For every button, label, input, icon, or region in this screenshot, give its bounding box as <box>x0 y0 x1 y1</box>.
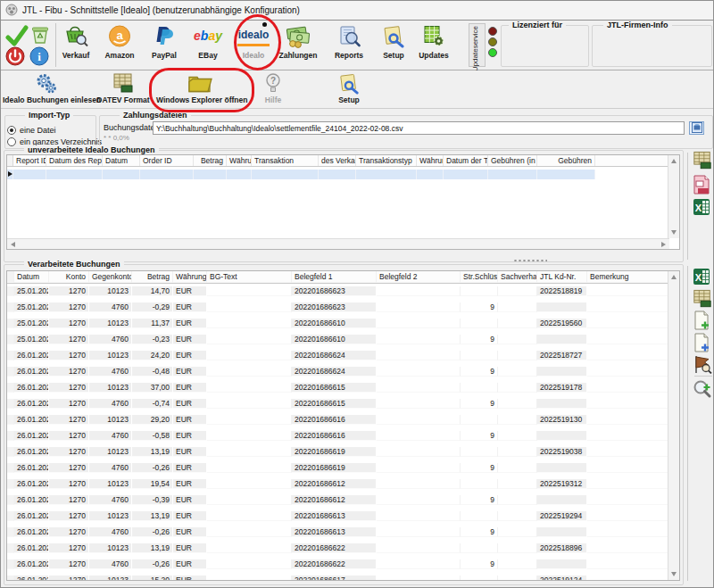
toolbar-button-paypal[interactable]: PayPal <box>144 23 185 67</box>
action-button-hilfe[interactable]: ? Hilfe <box>253 72 293 106</box>
export-excel-button[interactable]: X <box>693 268 714 289</box>
table-row[interactable]: 25.01.202212704760-0,23EUR2022016866109 <box>7 335 679 344</box>
table-cell: -0,29 <box>132 302 173 312</box>
table-row[interactable]: 25.01.202212704760-0,29EUR2022016866239 <box>7 302 679 312</box>
toolbar-button-reports[interactable]: Reports <box>326 23 372 67</box>
scroll-up-icon[interactable] <box>671 275 677 279</box>
table-row[interactable]: 26.01.202212704760-0,39EUR2022016866129 <box>7 495 679 505</box>
table-cell <box>498 559 537 569</box>
table-row[interactable]: 26.01.202212704760-0,26EUR2022016866199 <box>7 463 679 473</box>
scroll-right-icon[interactable] <box>661 242 666 247</box>
table-row[interactable]: 26.01.202212701012337,00EUR2022016866152… <box>7 383 679 393</box>
table-cell: 1270 <box>49 463 89 473</box>
action-toolbar: Idealo Buchungen einlesen DATEV Format W… <box>1 70 713 109</box>
table-cell: 202201686619 <box>292 447 377 457</box>
scroll-down-icon[interactable] <box>671 572 677 576</box>
table-cell <box>377 479 461 489</box>
table-cell: 202201686619 <box>292 463 377 473</box>
table-row[interactable] <box>7 170 595 179</box>
search-booking-button[interactable] <box>693 379 714 401</box>
excel-icon: X <box>693 203 710 219</box>
table-row[interactable]: 26.01.202212701012319,54EUR2022016866122… <box>7 479 679 489</box>
column-header: Transaktion <box>252 155 319 166</box>
toolbar-button-verkauf[interactable]: Verkauf <box>55 23 96 67</box>
export-datev-button[interactable] <box>693 151 714 172</box>
table-cell <box>377 463 461 473</box>
table-cell: 4760 <box>89 302 132 312</box>
scroll-left-icon[interactable] <box>11 242 15 247</box>
table-cell <box>498 399 537 409</box>
page-plus-green-icon <box>693 318 710 333</box>
horizontal-scrollbar[interactable] <box>7 238 669 249</box>
scroll-up-icon[interactable] <box>671 159 677 163</box>
amazon-icon: a <box>99 24 140 51</box>
table-cell: 4760 <box>89 463 132 473</box>
toolbar-button-ebay[interactable]: ebay EBay <box>187 23 228 67</box>
vertical-scrollbar[interactable] <box>668 155 679 238</box>
table-cell <box>461 576 498 581</box>
table-row[interactable]: 26.01.202212701012315,20EUR2022016866172… <box>7 576 679 581</box>
add-split-booking-button[interactable] <box>693 333 714 354</box>
table-cell: 26.01.2022 <box>14 463 49 473</box>
table-cell: 25.01.2022 <box>14 335 49 344</box>
datev-table-icon <box>693 158 712 173</box>
table-row[interactable]: 26.01.202212704760-0,26EUR2022016866139 <box>7 527 679 537</box>
table-row[interactable]: 25.01.202212701012311,37EUR2022016866102… <box>7 319 679 328</box>
toolbar-button-amazon[interactable]: a Amazon <box>99 23 140 67</box>
table-row[interactable]: 26.01.202212704760-0,48EUR2022016866249 <box>7 367 679 377</box>
export-datev-button[interactable] <box>693 289 714 311</box>
toolbar-button-setup[interactable]: Setup <box>373 23 414 67</box>
table-cell <box>207 431 292 441</box>
table-cell <box>498 463 537 473</box>
table-row[interactable]: 26.01.202212701012329,20EUR2022016866162… <box>7 415 679 425</box>
about-button[interactable]: i <box>29 46 52 69</box>
table-header-row: Report IDDatum des ReportDatumOrder IDBe… <box>7 155 679 167</box>
table-cell: 202201686623 <box>292 286 377 296</box>
table-row[interactable]: 26.01.202212704760-0,74EUR2022016866159 <box>7 399 679 409</box>
buchungsdatei-input[interactable] <box>153 121 685 135</box>
table-row[interactable]: 26.01.202212701012313,19EUR2022016866132… <box>7 511 679 521</box>
splitter-handle[interactable] <box>513 259 547 262</box>
table-cell: 10123 <box>89 479 132 489</box>
toolbar-button-zahlungen[interactable]: Zahlungen <box>275 23 321 67</box>
table-cell: 9 <box>461 431 498 441</box>
action-button-windows-explorer[interactable]: Windows Explorer öffnen <box>156 72 244 106</box>
table-cell: EUR <box>173 479 207 489</box>
action-button-datev-format[interactable]: DATEV Format <box>92 72 154 106</box>
column-header: Belegfeld 1 <box>292 271 377 283</box>
table-row[interactable]: 26.01.202212701012313,19EUR2022016866222… <box>7 543 679 553</box>
report-search-icon <box>326 24 372 51</box>
delete-button[interactable] <box>29 24 52 46</box>
table-row[interactable]: 26.01.202212704760-0,26EUR2022016866229 <box>7 559 679 569</box>
table-row[interactable]: 25.01.202212701012314,70EUR2022016866232… <box>7 286 679 296</box>
export-excel-button[interactable]: X <box>693 198 714 219</box>
table-row[interactable]: 26.01.202212701012324,20EUR2022016866242… <box>7 351 679 360</box>
export-pdf-button[interactable] <box>693 175 714 196</box>
exit-button[interactable] <box>5 46 28 69</box>
toolbar-button-updates[interactable]: Updates <box>413 23 454 67</box>
vertical-scrollbar[interactable] <box>668 271 679 580</box>
table-cell <box>461 415 498 425</box>
action-button-einlesen[interactable]: Idealo Buchungen einlesen <box>3 72 90 106</box>
table-row[interactable]: 26.01.202212701012313,19EUR2022016866192… <box>7 447 679 457</box>
action-button-label: Setup <box>329 95 369 104</box>
table-cell: EUR <box>173 543 207 553</box>
action-button-setup[interactable]: Setup <box>329 72 369 106</box>
table-row[interactable]: 26.01.202212704760-0,58EUR2022016866169 <box>7 431 679 441</box>
row-selector-cell <box>7 431 14 441</box>
license-group-title: Lizenziert für <box>509 21 566 29</box>
table-cell: 202201686622 <box>292 559 377 569</box>
add-booking-button[interactable] <box>693 311 714 332</box>
table-cell: 26.01.2022 <box>14 559 49 569</box>
table-cell <box>377 319 461 328</box>
browse-button[interactable] <box>689 121 704 135</box>
import-typ-title: Import-Typ <box>25 111 73 120</box>
inspect-booking-button[interactable] <box>693 354 714 376</box>
confirm-button[interactable] <box>5 24 28 46</box>
unprocessed-groupbox: unverarbeitete Idealo Buchungen Report I… <box>4 150 684 262</box>
toolbar-button-idealo[interactable]: idealo Idealo <box>235 23 272 67</box>
scroll-down-icon[interactable] <box>671 230 677 235</box>
radio-button-icon[interactable] <box>7 137 16 146</box>
table-cell: 13,19 <box>132 543 173 553</box>
table-cell <box>377 559 461 569</box>
